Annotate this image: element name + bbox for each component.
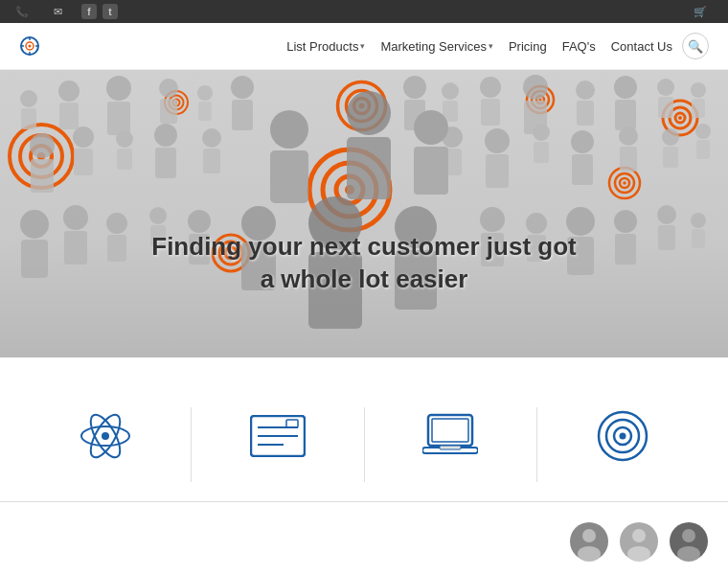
- svg-point-105: [188, 210, 211, 233]
- svg-point-51: [403, 76, 426, 99]
- svg-rect-90: [696, 140, 710, 159]
- svg-point-43: [106, 76, 131, 101]
- svg-point-41: [58, 80, 80, 102]
- svg-rect-44: [107, 102, 130, 135]
- hero-text: Finding your next customer just gota who…: [0, 231, 728, 300]
- svg-point-73: [154, 124, 177, 147]
- top-bar-right: 🛒: [694, 6, 713, 18]
- svg-point-65: [691, 82, 706, 98]
- svg-point-69: [73, 126, 94, 148]
- svg-point-53: [442, 82, 459, 100]
- svg-rect-40: [21, 108, 36, 129]
- svg-rect-62: [615, 100, 636, 130]
- chevron-down-icon: ▾: [360, 41, 365, 51]
- top-bar-left: 📞 ✉ f t: [15, 4, 118, 19]
- discover-section: [0, 357, 728, 501]
- lifecycle-person-icon-3: [669, 521, 709, 562]
- svg-rect-64: [658, 97, 673, 118]
- cart-icon: 🛒: [694, 6, 707, 18]
- atom-icon: [77, 407, 134, 465]
- chevron-down-icon: ▾: [489, 41, 493, 51]
- svg-rect-66: [692, 99, 705, 118]
- nav-contact-us[interactable]: Contact Us: [605, 35, 678, 58]
- svg-point-67: [30, 133, 55, 158]
- svg-point-146: [632, 529, 646, 542]
- svg-point-2: [29, 45, 32, 48]
- feature-marketing-lists: [19, 407, 192, 482]
- lifecycle-icons: [569, 521, 709, 562]
- facebook-icon[interactable]: f: [81, 4, 97, 19]
- nav-list-products[interactable]: List Products ▾: [281, 35, 371, 58]
- svg-point-49: [231, 76, 254, 99]
- email-icon: ✉: [54, 6, 62, 18]
- svg-rect-60: [577, 101, 594, 126]
- postcard-icon: [249, 407, 307, 465]
- svg-point-79: [485, 128, 510, 153]
- svg-rect-137: [440, 446, 461, 449]
- svg-point-128: [102, 432, 109, 440]
- hero-section: Finding your next customer just gota who…: [0, 70, 728, 357]
- svg-point-91: [270, 110, 308, 149]
- svg-point-103: [149, 207, 167, 224]
- hero-title: Finding your next customer just gota who…: [0, 231, 728, 296]
- lifecycle-section: [0, 501, 728, 571]
- feature-email-marketing: [365, 407, 537, 482]
- nav-pricing[interactable]: Pricing: [503, 35, 553, 58]
- social-icons: f t: [81, 4, 118, 19]
- nav-faqs[interactable]: FAQ's: [557, 35, 602, 58]
- top-bar: 📞 ✉ f t 🛒: [0, 0, 728, 23]
- main-nav: List Products ▾ Marketing Services ▾ Pri…: [281, 33, 709, 59]
- compass-logo-icon: [19, 35, 40, 57]
- svg-point-107: [480, 207, 505, 232]
- hero-people-svg: [0, 70, 728, 357]
- svg-point-45: [159, 79, 178, 98]
- svg-point-115: [657, 205, 676, 224]
- svg-rect-133: [286, 420, 298, 427]
- svg-point-63: [657, 79, 674, 96]
- laptop-icon: [421, 407, 479, 465]
- svg-rect-134: [428, 415, 472, 446]
- svg-point-39: [20, 90, 37, 107]
- nav-marketing-services[interactable]: Marketing Services ▾: [375, 35, 499, 58]
- svg-point-59: [576, 80, 595, 100]
- twitter-icon[interactable]: t: [102, 4, 118, 19]
- search-button[interactable]: 🔍: [682, 33, 709, 59]
- svg-rect-50: [232, 100, 253, 130]
- svg-point-61: [614, 76, 637, 99]
- svg-point-144: [578, 546, 601, 562]
- svg-point-71: [116, 130, 133, 148]
- svg-rect-48: [198, 102, 212, 121]
- svg-rect-70: [74, 149, 93, 175]
- svg-point-147: [627, 546, 650, 562]
- svg-point-81: [533, 124, 550, 141]
- svg-rect-94: [347, 137, 391, 199]
- svg-rect-74: [155, 148, 176, 178]
- svg-rect-56: [481, 99, 500, 126]
- svg-point-149: [682, 529, 695, 542]
- svg-rect-72: [117, 149, 132, 170]
- svg-point-93: [347, 91, 391, 135]
- svg-point-99: [63, 205, 88, 230]
- feature-data-enhancement: [537, 407, 709, 482]
- svg-point-141: [620, 433, 626, 440]
- svg-point-85: [619, 126, 638, 146]
- logo[interactable]: [19, 35, 44, 57]
- svg-rect-88: [663, 147, 678, 168]
- feature-postcard-marketing: [192, 407, 364, 482]
- svg-point-75: [202, 128, 221, 148]
- svg-rect-86: [620, 147, 637, 172]
- svg-point-95: [414, 110, 448, 145]
- svg-point-83: [571, 130, 594, 153]
- target-icon: [594, 407, 651, 465]
- svg-rect-68: [31, 159, 54, 193]
- svg-point-143: [582, 529, 596, 542]
- svg-rect-80: [486, 154, 509, 188]
- svg-rect-96: [414, 147, 448, 195]
- lifecycle-person-icon-1: [569, 521, 609, 562]
- svg-point-150: [677, 546, 700, 562]
- svg-point-47: [197, 85, 213, 101]
- svg-point-87: [662, 128, 679, 146]
- lifecycle-person-icon-2: [619, 521, 659, 562]
- svg-rect-82: [534, 142, 549, 163]
- svg-point-89: [695, 124, 711, 139]
